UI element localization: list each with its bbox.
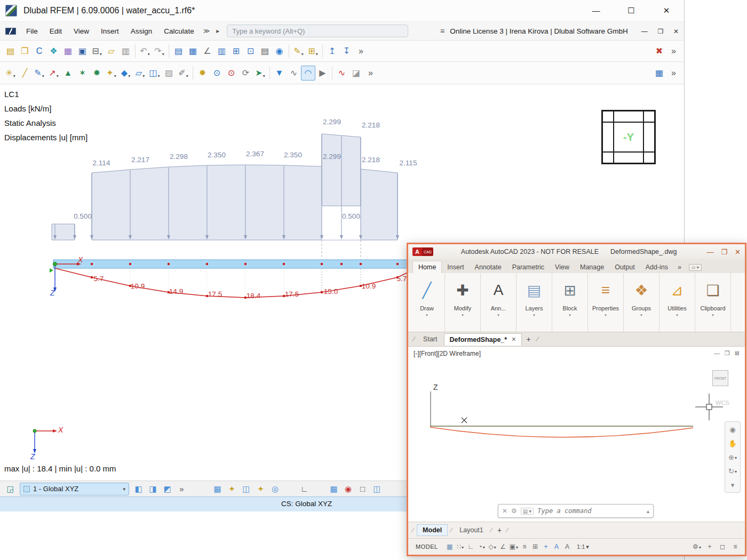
add-scale-icon[interactable]: + [704, 541, 715, 552]
result-diagram-icon[interactable]: ∿ [287, 66, 301, 81]
ribbon-state-toggle[interactable]: ▭ ▾ [689, 264, 702, 271]
annotation-scale-button[interactable]: 1:1 ▾ [575, 543, 591, 550]
panel-expand-caret[interactable]: ▾ [640, 313, 642, 317]
acad-minimize-button[interactable]: — [706, 248, 713, 256]
grid-display-icon[interactable]: ▦ [444, 541, 455, 552]
file-tab-close-icon[interactable]: ✕ [511, 336, 516, 343]
utilities-panel-icon[interactable]: ⊿ [671, 275, 683, 305]
new-file-tab-button[interactable]: + [523, 335, 534, 343]
toolbar2-overflow2-icon[interactable]: » [666, 66, 681, 81]
diagram-icon[interactable]: ∠ [200, 44, 214, 59]
viewcube-face[interactable] [614, 111, 643, 122]
zoom-icon[interactable]: ⊕▾ [727, 452, 738, 462]
open-model-icon[interactable]: ❒ [18, 44, 32, 59]
object-snap-icon-caret[interactable]: ▾ [516, 545, 518, 552]
edit-mode-icon-caret[interactable]: ▾ [301, 52, 304, 59]
views-overflow-icon[interactable]: » [174, 483, 189, 495]
filter-results-icon[interactable]: ▼ [272, 66, 287, 81]
view-in-y-icon[interactable]: ◩ [160, 483, 174, 495]
plane-xz-icon[interactable]: ◫ [239, 483, 253, 495]
customization-menu-icon[interactable]: ≡ [730, 541, 741, 552]
pan-icon[interactable]: ✋ [727, 438, 738, 449]
show-results-icon[interactable]: ◠ [301, 66, 315, 81]
object-snap-icon[interactable]: ◉ [341, 483, 355, 495]
command-input[interactable] [537, 507, 643, 515]
zoom-icon-caret[interactable]: ▾ [735, 455, 737, 462]
block-panel-icon[interactable]: ⊞ [563, 275, 576, 305]
row-up-icon[interactable]: ↥ [325, 44, 339, 59]
lineweight-icon[interactable]: ≡ [519, 541, 530, 552]
result-animation-icon[interactable]: ▶ [315, 66, 330, 81]
table-filter-icon[interactable]: ⊞ [229, 44, 243, 59]
coordinate-system-select[interactable]: 1 - Global XYZ ▾ [20, 483, 129, 495]
polyline-icon[interactable]: ↗▾ [46, 66, 61, 81]
properties-panel-icon[interactable]: ≡ [601, 275, 610, 305]
report-pages-icon[interactable]: ▥ [118, 44, 133, 59]
stop-calculation-icon[interactable]: ✖ [652, 44, 666, 59]
ribbon-panel-layers[interactable]: ▤Layers▾ [516, 273, 552, 332]
maximize-button[interactable]: ☐ [619, 6, 643, 15]
view-in-x-icon[interactable]: ◨ [146, 483, 160, 495]
viewcube-face[interactable] [602, 152, 614, 163]
clipboard-panel-icon[interactable]: ❑ [706, 275, 719, 305]
acad-maximize-button[interactable]: ❐ [721, 248, 727, 256]
insert-node-icon[interactable]: ✳▾ [3, 66, 18, 81]
grid-settings-icon[interactable]: ◎ [268, 483, 282, 495]
doc-minimize-button[interactable]: — [641, 28, 648, 35]
redo-icon-caret[interactable]: ▾ [162, 52, 164, 59]
recent-commands-button[interactable]: ▤ ▾ [521, 508, 534, 515]
mode-shapes-icon[interactable]: ∿ [335, 66, 349, 81]
menu-calculate[interactable]: Calculate [158, 27, 200, 35]
guidelines-icon[interactable]: ⊙ [224, 66, 239, 81]
command-close-icon[interactable]: ✕ [502, 507, 507, 515]
viewcube-face[interactable] [643, 122, 655, 152]
license-search-icon[interactable]: ≡ [440, 27, 444, 35]
annotation-visibility-icon[interactable]: A [551, 541, 562, 552]
minimize-button[interactable]: — [584, 6, 608, 15]
new-layout-button[interactable]: + [495, 526, 504, 534]
panel-expand-caret[interactable]: ▾ [569, 313, 571, 317]
doc-close-button[interactable]: ✕ [673, 28, 679, 35]
navigation-wheel-icon[interactable]: ◉ [727, 424, 738, 435]
snap-settings-icon[interactable]: ⊙ [210, 66, 224, 81]
viewport-controls-label[interactable]: [-][Front][2D Wireframe] [414, 350, 481, 357]
modify-panel-icon[interactable]: ✚ [456, 275, 468, 305]
menu-assign[interactable]: Assign [125, 27, 158, 35]
dynamic-input-icon-caret[interactable]: ▾ [483, 545, 485, 552]
ribbon-panel-block[interactable]: ⊞Block▾ [552, 273, 588, 332]
insert-load-icon[interactable]: ✦▾ [104, 66, 118, 81]
insert-solid-icon[interactable]: ✹ [90, 66, 104, 81]
insert-imperfection-icon-caret[interactable]: ▾ [128, 74, 130, 81]
acad-close-button[interactable]: ✕ [735, 248, 741, 256]
ribbon-panel-modify[interactable]: ✚Modify▾ [445, 273, 481, 332]
viewcube-face[interactable] [602, 111, 614, 122]
insert-member-icon[interactable]: ▲ [61, 66, 75, 81]
block-icon[interactable]: ▨ [162, 66, 176, 81]
selection-cycling-icon[interactable]: + [541, 541, 551, 552]
infer-constraints-icon[interactable]: ∟ [466, 541, 476, 552]
keyword-search-input[interactable] [227, 25, 408, 37]
ribbon-tab-insert[interactable]: Insert [442, 261, 469, 273]
snap-mode-icon-caret[interactable]: ▾ [462, 545, 464, 552]
insert-section-icon-caret[interactable]: ▾ [142, 74, 145, 81]
annotation-panel-icon[interactable]: A [494, 275, 504, 305]
search-run-icon[interactable]: ▸ [213, 27, 222, 35]
layout-tab-model[interactable]: Model [417, 524, 448, 536]
ribbon-panel-utilities[interactable]: ⊿Utilities▾ [659, 273, 695, 332]
clipping-box-icon[interactable]: ◫ [370, 483, 384, 495]
chevron-down-icon[interactable]: ▾ [123, 486, 125, 492]
model-space-button[interactable]: MODEL [412, 542, 441, 551]
table-edit-icon-caret[interactable]: ▾ [316, 52, 318, 59]
table-edit-icon[interactable]: ⊞▾ [306, 44, 320, 59]
view-navigator-icon[interactable]: ◲ [3, 483, 18, 495]
ribbon-tab-add-ins[interactable]: Add-ins [640, 261, 673, 273]
ribbon-tabs-overflow-icon[interactable]: » [673, 261, 686, 273]
add-note-icon[interactable]: ▱ [104, 44, 118, 59]
vp-close-icon[interactable]: ⊠ [735, 350, 740, 357]
ortho-mode-icon[interactable]: ◇▾ [487, 541, 498, 552]
ortho-snap-icon[interactable]: ∟ [297, 483, 312, 495]
edit-mode-icon[interactable]: ✎▾ [291, 44, 306, 59]
polyline-icon-caret[interactable]: ▾ [57, 74, 59, 81]
load-wizard-icon-caret[interactable]: ▾ [263, 74, 265, 81]
snap-mode-icon[interactable]: ∷▾ [455, 541, 466, 552]
